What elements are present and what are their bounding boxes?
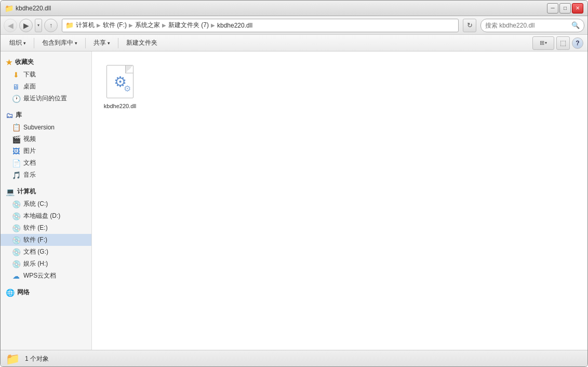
toolbar-right: ⊞ ▾ ⬚ ?: [532, 36, 583, 50]
sidebar-network-header: 🌐 网络: [1, 286, 91, 299]
sidebar-item-desktop[interactable]: 🖥 桌面: [1, 81, 91, 93]
drive-c-label: 系统 (C:): [23, 200, 48, 208]
sidebar-item-documents[interactable]: 📄 文档: [1, 157, 91, 169]
gear-large-icon: ⚙: [114, 73, 127, 90]
maximize-button[interactable]: □: [559, 3, 571, 14]
documents-icon: 📄: [12, 159, 20, 167]
breadcrumb-arrow4: ▶: [211, 22, 215, 28]
star-icon: ★: [6, 58, 12, 67]
network-label: 网络: [17, 288, 30, 297]
sidebar-favorites-section: ★ 收藏夹 ⬇ 下载 🖥 桌面 🕐 最近访问的位置: [1, 56, 91, 104]
sidebar: ★ 收藏夹 ⬇ 下载 🖥 桌面 🕐 最近访问的位置 🗂 库 �: [1, 51, 92, 350]
include-library-button[interactable]: 包含到库中 ▾: [37, 37, 82, 49]
drive-h-label: 娱乐 (H:): [23, 259, 48, 268]
sidebar-item-g[interactable]: 💿 文档 (G:): [1, 246, 91, 258]
desktop-icon: 🖥: [12, 83, 20, 91]
close-button[interactable]: ✕: [572, 3, 583, 14]
organize-label: 组织: [9, 38, 22, 47]
toolbar: 组织 ▾ 包含到库中 ▾ 共享 ▾ 新建文件夹 ⊞ ▾ ⬚ ?: [1, 35, 587, 51]
nav-bar: ◀ ▶ ▾ ↑ 📁 计算机 ▶ 软件 (F:) ▶ 系统之家 ▶ 新建文件夹 (…: [1, 16, 587, 35]
sidebar-item-wps[interactable]: ☁ WPS云文档: [1, 270, 91, 282]
sidebar-item-f[interactable]: 💿 软件 (F:): [1, 234, 91, 246]
file-item-dll[interactable]: ⚙ ⚙ kbdhe220.dll: [100, 60, 140, 113]
include-library-label: 包含到库中: [42, 38, 73, 47]
sidebar-item-pictures[interactable]: 🖼 图片: [1, 145, 91, 157]
title-label: kbdhe220.dll: [16, 5, 51, 12]
title-folder-icon: 📁: [5, 4, 14, 12]
back-button[interactable]: ◀: [4, 19, 17, 32]
new-folder-button[interactable]: 新建文件夹: [122, 37, 162, 49]
status-bar: 📁 1 个对象: [1, 350, 587, 367]
drive-g-icon: 💿: [12, 248, 20, 256]
breadcrumb-part4: 新建文件夹 (7): [168, 21, 209, 30]
network-icon: 🌐: [6, 289, 15, 297]
sidebar-item-recent[interactable]: 🕐 最近访问的位置: [1, 93, 91, 104]
drive-d-icon: 💿: [12, 212, 20, 220]
sidebar-item-c[interactable]: 💿 系统 (C:): [1, 198, 91, 210]
favorites-label: 收藏夹: [15, 58, 34, 67]
sidebar-item-music[interactable]: 🎵 音乐: [1, 169, 91, 181]
forward-button[interactable]: ▶: [19, 19, 33, 32]
preview-pane-button[interactable]: ⬚: [556, 36, 570, 50]
refresh-button[interactable]: ↻: [463, 19, 476, 32]
share-arrow: ▾: [108, 41, 110, 46]
sidebar-item-d[interactable]: 💿 本地磁盘 (D:): [1, 210, 91, 222]
pictures-icon: 🖼: [12, 147, 20, 155]
help-button[interactable]: ?: [572, 37, 583, 49]
library-icon: 🗂: [6, 111, 13, 120]
drive-e-label: 软件 (E:): [23, 224, 48, 232]
breadcrumb-arrow1: ▶: [97, 22, 101, 28]
title-bar-left: 📁 kbdhe220.dll: [5, 4, 51, 12]
wps-label: WPS云文档: [23, 271, 56, 280]
breadcrumb-arrow2: ▶: [129, 22, 133, 28]
download-label: 下载: [23, 70, 36, 79]
breadcrumb-part5: kbdhe220.dll: [217, 22, 252, 29]
computer-icon: 💻: [6, 188, 15, 196]
status-folder-icon: 📁: [6, 352, 20, 366]
sidebar-computer-section: 💻 计算机 💿 系统 (C:) 💿 本地磁盘 (D:) 💿 软件 (E:) 💿 …: [1, 185, 91, 282]
music-icon: 🎵: [12, 171, 20, 179]
desktop-label: 桌面: [23, 82, 36, 91]
title-bar: 📁 kbdhe220.dll ─ □ ✕: [1, 1, 587, 16]
organize-button[interactable]: 组织 ▾: [5, 37, 31, 49]
drive-h-icon: 💿: [12, 260, 20, 268]
breadcrumb-part3: 系统之家: [135, 21, 160, 30]
pictures-label: 图片: [23, 147, 36, 155]
video-icon: 🎬: [12, 135, 20, 143]
drive-d-label: 本地磁盘 (D:): [23, 212, 60, 220]
share-label: 共享: [93, 38, 106, 47]
sidebar-item-subversion[interactable]: 📋 Subversion: [1, 122, 91, 133]
library-arrow: ▾: [75, 41, 77, 46]
drive-e-icon: 💿: [12, 224, 20, 232]
sidebar-library-header: 🗂 库: [1, 109, 91, 122]
library-label: 库: [16, 111, 22, 120]
title-bar-controls: ─ □ ✕: [547, 3, 583, 14]
share-button[interactable]: 共享 ▾: [89, 37, 115, 49]
main-layout: ★ 收藏夹 ⬇ 下载 🖥 桌面 🕐 最近访问的位置 🗂 库 �: [1, 51, 587, 350]
nav-dropdown[interactable]: ▾: [35, 19, 42, 32]
minimize-button[interactable]: ─: [547, 3, 558, 14]
sidebar-computer-header: 💻 计算机: [1, 185, 91, 198]
video-label: 视频: [23, 135, 36, 143]
new-folder-label: 新建文件夹: [126, 38, 157, 47]
subversion-label: Subversion: [23, 124, 55, 131]
address-folder-icon: 📁: [65, 21, 74, 29]
content-area: ⚙ ⚙ kbdhe220.dll: [92, 51, 587, 350]
sidebar-item-download[interactable]: ⬇ 下载: [1, 69, 91, 81]
search-bar[interactable]: 🔍: [480, 19, 584, 32]
view-toggle-button[interactable]: ⊞ ▾: [532, 36, 554, 50]
up-button[interactable]: ↑: [44, 19, 58, 32]
sidebar-item-video[interactable]: 🎬 视频: [1, 133, 91, 145]
sidebar-item-e[interactable]: 💿 软件 (E:): [1, 222, 91, 234]
wps-icon: ☁: [12, 272, 20, 280]
sidebar-favorites-header: ★ 收藏夹: [1, 56, 91, 69]
recent-icon: 🕐: [12, 95, 20, 103]
drive-f-label: 软件 (F:): [23, 235, 47, 244]
address-bar[interactable]: 📁 计算机 ▶ 软件 (F:) ▶ 系统之家 ▶ 新建文件夹 (7) ▶ kbd…: [62, 19, 459, 32]
sidebar-library-section: 🗂 库 📋 Subversion 🎬 视频 🖼 图片 📄 文档 🎵 音乐: [1, 109, 91, 181]
status-text: 1 个对象: [25, 355, 49, 363]
breadcrumb-arrow3: ▶: [162, 22, 166, 28]
toolbar-separator1: [34, 38, 34, 48]
sidebar-item-h[interactable]: 💿 娱乐 (H:): [1, 258, 91, 270]
search-input[interactable]: [485, 22, 569, 29]
